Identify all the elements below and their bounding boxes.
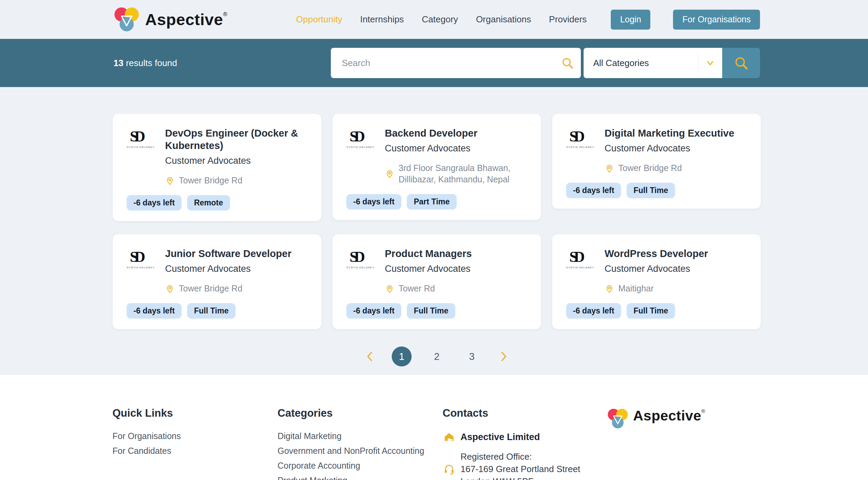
job-type-badge: Full Time [187,303,236,319]
search-submit-icon [734,55,749,71]
company-logo: SD SYNTIA DELANEY [346,127,368,154]
footer-link-for-candidates[interactable]: For Candidates [112,447,278,455]
job-title: DevOps Engineer (Docker & Kubernetes) [165,127,312,152]
footer: Quick Links For Organisations For Candid… [0,375,868,480]
headset-icon [443,463,455,475]
job-location: Tower Rd [399,283,435,294]
location-pin-icon [385,169,394,179]
job-location: Tower Bridge Rd [179,283,242,294]
days-left-badge: -6 days left [127,195,182,211]
main-nav: Opportunity Internships Category Organis… [296,10,760,30]
brand-logo-icon [113,6,140,33]
chevron-down-icon [705,58,715,68]
job-location: Maitighar [618,283,654,294]
footer-categories: Categories Digital Marketing Government … [278,407,443,480]
days-left-badge: -6 days left [566,183,621,198]
results-count: 13 results found [113,58,177,68]
job-location: 3rd Floor Sangraula Bhawan, Dillibazar, … [399,162,531,185]
pagination: 1 2 3 [112,346,761,366]
footer-brand-logo[interactable]: Aspective® [607,408,705,480]
job-title: Product Managers [385,247,472,260]
footer-category-link[interactable]: Product Marketing [278,476,443,480]
search-submit-button[interactable] [722,48,760,78]
footer-category-link[interactable]: Government and NonProfit Accounting [278,447,443,455]
pagination-page-3[interactable]: 3 [462,346,482,366]
brand-name: Aspective® [145,10,228,29]
job-location: Tower Bridge Rd [618,162,682,174]
location-pin-icon [605,284,614,294]
contact-address: Registered Office: 167-169 Great Portlan… [460,450,580,480]
contacts-title: Contacts [443,407,607,419]
nav-providers[interactable]: Providers [549,14,587,25]
company-logo: SD SYNTIA DELANEY [127,127,149,167]
brand-logo[interactable]: Aspective® [113,6,228,33]
days-left-badge: -6 days left [127,303,182,319]
home-icon [443,431,455,443]
job-location: Tower Bridge Rd [179,175,242,186]
job-card[interactable]: SD SYNTIA DELANEY Digital Marketing Exec… [552,114,761,209]
company-logo: SD SYNTIA DELANEY [566,127,588,154]
job-card[interactable]: SD SYNTIA DELANEY Backend Developer Cust… [332,114,541,220]
categories-title: Categories [278,407,443,419]
category-select[interactable]: All Categories [584,48,722,78]
quick-links-title: Quick Links [112,407,278,419]
job-title: WordPress Developer [605,247,708,260]
job-card[interactable]: SD SYNTIA DELANEY DevOps Engineer (Docke… [112,114,322,221]
pagination-next-button[interactable] [497,350,511,363]
for-organisations-button[interactable]: For Organisations [673,10,760,30]
footer-link-for-organisations[interactable]: For Organisations [112,432,278,440]
search-band: 13 results found All Categories [0,39,868,87]
contact-company-name: Aspective Limited [460,431,540,443]
job-company: Customer Advocates [605,263,708,275]
search-group: All Categories [331,48,760,78]
job-cards-grid: SD SYNTIA DELANEY DevOps Engineer (Docke… [112,114,761,329]
job-type-badge: Full Time [407,303,455,319]
chevron-right-icon [499,351,508,362]
company-logo: SD SYNTIA DELANEY [566,247,588,275]
job-title: Digital Marketing Executive [605,127,734,139]
days-left-badge: -6 days left [566,303,621,319]
job-title: Junior Software Developer [165,247,291,260]
job-card[interactable]: SD SYNTIA DELANEY WordPress Developer Cu… [552,234,761,329]
days-left-badge: -6 days left [346,194,401,210]
job-title: Backend Developer [385,127,477,139]
job-company: Customer Advocates [385,142,477,154]
footer-quick-links: Quick Links For Organisations For Candid… [112,407,278,480]
location-pin-icon [165,176,175,185]
location-pin-icon [385,284,394,294]
pagination-page-1[interactable]: 1 [392,346,412,366]
footer-brand-logo-icon [607,408,629,430]
nav-organisations[interactable]: Organisations [476,14,531,25]
job-card[interactable]: SD SYNTIA DELANEY Junior Software Develo… [112,234,322,329]
footer-category-link[interactable]: Corporate Accounting [278,461,443,470]
job-company: Customer Advocates [165,263,291,275]
job-company: Customer Advocates [385,263,472,275]
job-type-badge: Remote [187,195,230,211]
header: Aspective® Opportunity Internships Categ… [0,0,868,39]
job-type-badge: Full Time [627,303,675,319]
company-logo: SD SYNTIA DELANEY [346,247,368,275]
login-button[interactable]: Login [611,10,650,30]
registered-mark: ® [223,11,228,18]
chevron-left-icon [365,351,374,362]
footer-contacts: Contacts Aspective Limited Registered Of… [443,407,607,480]
company-logo: SD SYNTIA DELANEY [127,247,149,275]
job-type-badge: Full Time [627,183,675,198]
job-type-badge: Part Time [407,194,456,210]
location-pin-icon [165,284,175,294]
search-input[interactable] [331,48,581,78]
days-left-badge: -6 days left [346,303,401,319]
registered-mark: ® [701,408,705,414]
job-company: Customer Advocates [165,155,312,167]
job-company: Customer Advocates [605,142,734,154]
footer-category-link[interactable]: Digital Marketing [278,432,443,440]
job-card[interactable]: SD SYNTIA DELANEY Product Managers Custo… [332,234,541,329]
category-selected-value: All Categories [584,58,698,68]
nav-opportunity[interactable]: Opportunity [296,14,342,25]
nav-category[interactable]: Category [422,14,458,25]
pagination-page-2[interactable]: 2 [427,346,447,366]
pagination-prev-button[interactable] [363,350,377,363]
results-section: SD SYNTIA DELANEY DevOps Engineer (Docke… [0,87,868,375]
nav-internships[interactable]: Internships [360,14,404,25]
location-pin-icon [605,163,614,173]
